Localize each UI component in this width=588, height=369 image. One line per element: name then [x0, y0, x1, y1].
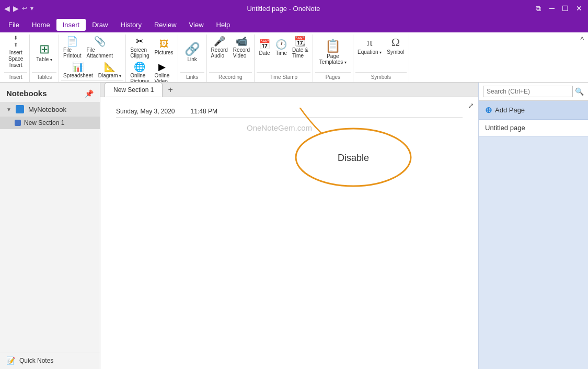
link-icon: 🔗 — [185, 42, 200, 56]
quick-access-dropdown[interactable]: ▾ — [30, 5, 33, 12]
insert-space-button[interactable]: ⬇ ⬆ InsertSpace Insert — [4, 34, 27, 69]
menu-home[interactable]: Home — [26, 19, 56, 31]
add-page-label: Add Page — [495, 106, 525, 114]
menu-file[interactable]: File — [2, 19, 26, 31]
page-date: Sunday, May 3, 2020 — [116, 108, 175, 115]
spreadsheet-icon: 📊 — [72, 61, 84, 73]
record-video-label: RecordVideo — [233, 47, 250, 59]
section-icon — [15, 120, 21, 126]
file-printout-button[interactable]: 📄 FilePrintout — [61, 34, 83, 60]
page-content: Sunday, May 3, 2020 11:48 PM — [100, 97, 478, 369]
search-icon[interactable]: 🔍 — [575, 87, 584, 96]
title-bar: ◀ ▶ ↩ ▾ Untitled page - OneNote ⧉ ─ ☐ ✕ — [0, 0, 588, 17]
ribbon-group-media: 🎤 RecordAudio 📹 RecordVideo Recording — [207, 34, 255, 82]
file-attachment-button[interactable]: 📎 FileAttachment — [85, 34, 116, 60]
diagram-label: Diagram ▾ — [98, 73, 122, 78]
page-item-title: Untitled page — [485, 124, 525, 132]
screen-clipping-button[interactable]: ✂ ScreenClipping — [128, 34, 151, 60]
page-templates-button[interactable]: 📋 PageTemplates ▾ — [315, 34, 351, 69]
equation-icon: π — [367, 36, 373, 49]
search-input[interactable] — [483, 86, 573, 97]
section-tab-new-section-1[interactable]: New Section 1 — [105, 83, 163, 97]
close-button[interactable]: ✕ — [574, 4, 584, 13]
maximize-button[interactable]: ☐ — [561, 4, 570, 13]
ribbon-group-timestamp-label: Time Stamp — [257, 72, 310, 82]
section-label: New Section 1 — [24, 119, 64, 126]
spreadsheet-button[interactable]: 📊 Spreadsheet — [61, 60, 95, 79]
symbol-icon: Ω — [391, 36, 400, 49]
menu-history[interactable]: History — [114, 19, 148, 31]
menu-insert[interactable]: Insert — [56, 19, 86, 31]
file-printout-label: FilePrintout — [63, 47, 81, 59]
add-page-icon: ⊕ — [485, 105, 492, 115]
section-new-section-1[interactable]: New Section 1 — [0, 117, 100, 129]
ribbon-group-insert: ⬇ ⬆ InsertSpace Insert Insert — [2, 34, 30, 82]
time-label: Time — [275, 50, 287, 56]
title-bar-left: ◀ ▶ ↩ ▾ — [4, 4, 33, 13]
diagram-button[interactable]: 📐 Diagram ▾ — [96, 60, 124, 79]
quick-access-undo[interactable]: ↩ — [22, 5, 27, 12]
link-label: Link — [187, 56, 197, 62]
equation-button[interactable]: π Equation ▾ — [355, 34, 384, 56]
time-icon: 🕐 — [275, 39, 287, 50]
ribbon-group-images: ✂ ScreenClipping 🖼 Pictures 🌐 OnlinePict… — [126, 34, 178, 82]
table-button[interactable]: ⊞ Table ▾ — [32, 34, 56, 69]
symbol-label: Symbol — [387, 49, 404, 55]
online-pictures-icon: 🌐 — [134, 61, 145, 73]
ribbon-group-insert-label: Insert — [4, 72, 27, 82]
page-editor[interactable]: Sunday, May 3, 2020 11:48 PM ⤢ — [100, 97, 478, 369]
table-label: Table ▾ — [36, 56, 52, 62]
insert-space-icon: ⬇ ⬆ — [14, 36, 18, 48]
ribbon-group-pages: 📋 PageTemplates ▾ Pages — [313, 34, 353, 82]
screen-clipping-icon: ✂ — [136, 36, 144, 47]
restore-icon[interactable]: ⧉ — [534, 4, 543, 13]
minimize-button[interactable]: ─ — [547, 4, 557, 13]
page-expand-button[interactable]: ⤢ — [468, 101, 474, 110]
menu-review[interactable]: Review — [148, 19, 183, 31]
ribbon-collapse-button[interactable]: ^ — [580, 36, 584, 44]
ribbon-group-files: 📄 FilePrintout 📎 FileAttachment 📊 Spread… — [59, 34, 126, 82]
add-section-button[interactable]: + — [164, 83, 177, 97]
online-video-button[interactable]: ▶ OnlineVideo — [152, 60, 171, 83]
symbol-button[interactable]: Ω Symbol — [385, 34, 406, 56]
file-attachment-label: FileAttachment — [87, 47, 113, 59]
table-icon: ⊞ — [39, 42, 50, 56]
add-page-button[interactable]: ⊕ Add Page — [479, 101, 588, 120]
record-audio-icon: 🎤 — [214, 36, 225, 47]
title-bar-controls: ⧉ ─ ☐ ✕ — [534, 4, 584, 13]
link-button[interactable]: 🔗 Link — [180, 34, 204, 69]
menu-draw[interactable]: Draw — [86, 19, 114, 31]
time-button[interactable]: 🕐 Time — [273, 38, 289, 57]
ribbon-group-tables: ⊞ Table ▾ Tables — [30, 34, 59, 82]
menu-view[interactable]: View — [183, 19, 210, 31]
notebook-mynotebook[interactable]: ▼ MyNotebook — [0, 102, 100, 117]
app-body: Notebooks 📌 ▼ MyNotebook New Section 1 📝… — [0, 83, 588, 369]
back-button[interactable]: ◀ — [4, 4, 10, 13]
record-video-button[interactable]: 📹 RecordVideo — [231, 34, 252, 60]
pin-icon[interactable]: 📌 — [85, 89, 94, 98]
content-area: New Section 1 + Sunday, May 3, 2020 11:4… — [100, 83, 478, 369]
sidebar: Notebooks 📌 ▼ MyNotebook New Section 1 📝… — [0, 83, 100, 369]
record-audio-button[interactable]: 🎤 RecordAudio — [209, 34, 230, 60]
online-pictures-label: OnlinePictures — [130, 73, 149, 83]
pages-search: 🔍 — [479, 83, 588, 101]
ribbon-group-recording-label: Recording — [209, 72, 252, 82]
date-button[interactable]: 📅 Date — [257, 38, 272, 57]
page-item-untitled[interactable]: Untitled page — [479, 120, 588, 136]
ribbon-group-links-label: Links — [180, 72, 204, 82]
forward-button[interactable]: ▶ — [13, 4, 19, 13]
menu-bar: File Home Insert Draw History Review Vie… — [0, 17, 588, 32]
section-tabs: New Section 1 + — [100, 83, 478, 97]
screen-clipping-label: ScreenClipping — [130, 47, 149, 59]
online-video-label: OnlineVideo — [154, 73, 169, 83]
online-pictures-button[interactable]: 🌐 OnlinePictures — [128, 60, 151, 83]
page-templates-icon: 📋 — [325, 39, 341, 53]
quick-notes-footer[interactable]: 📝 Quick Notes — [0, 352, 100, 369]
window-title: Untitled page - OneNote — [247, 5, 320, 13]
notebook-icon — [16, 105, 24, 113]
menu-help[interactable]: Help — [210, 19, 237, 31]
date-time-button[interactable]: 📆 Date &Time — [290, 34, 310, 60]
pictures-button[interactable]: 🖼 Pictures — [152, 38, 175, 56]
page-time: 11:48 PM — [191, 108, 217, 115]
ribbon: ⬇ ⬆ InsertSpace Insert Insert ⊞ Table ▾ … — [0, 32, 588, 83]
